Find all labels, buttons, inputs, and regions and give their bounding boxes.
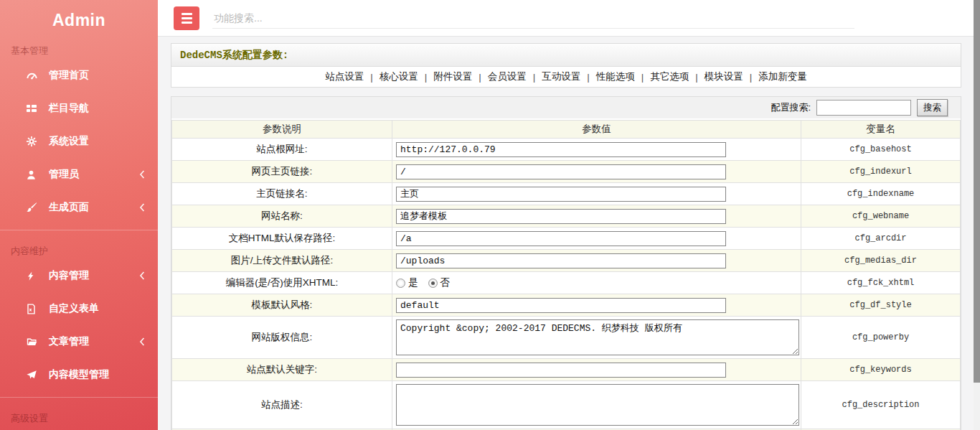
sidebar-item-label: 管理员 [49, 168, 139, 181]
sidebar-item-user[interactable]: 管理员 [0, 158, 158, 191]
table-row: 模板默认风格:cfg_df_style [172, 294, 961, 317]
chevron-left-icon [139, 337, 145, 346]
param-value-cell [392, 205, 801, 228]
sidebar-section: 内容维护内容管理自定义表单文章管理内容模型管理 [0, 230, 158, 391]
sidebar-section: 基本管理管理首页栏目导航系统设置管理员生成页面 [0, 30, 158, 224]
param-input-cfg_basehost[interactable] [396, 142, 726, 157]
table-row: 站点根网址:cfg_basehost [172, 139, 961, 161]
sidebar-nav: 基本管理管理首页栏目导航系统设置管理员生成页面内容维护内容管理自定义表单文章管理… [0, 30, 158, 426]
sidebar-item-gear[interactable]: 系统设置 [0, 125, 158, 158]
plane-icon [26, 370, 39, 380]
radio-label: 是 [408, 276, 418, 289]
config-table-panel: 配置搜索: 搜索 参数说明 参数值 变量名 站点根网址:cfg_basehost… [171, 96, 961, 430]
param-value-cell [392, 359, 801, 381]
tab-7[interactable]: 其它选项 [644, 70, 695, 83]
config-search-label: 配置搜索: [771, 101, 811, 114]
config-search-button[interactable]: 搜索 [917, 99, 948, 116]
hamburger-menu-button[interactable] [174, 6, 199, 30]
param-input-cfg_keywords[interactable] [396, 363, 726, 378]
param-label: 网站版权信息: [172, 317, 392, 359]
page-title: DedeCMS系统配置参数: [171, 44, 961, 67]
sidebar-item-folder[interactable]: 文章管理 [0, 325, 158, 358]
tab-6[interactable]: 性能选项 [590, 70, 641, 83]
sidebar-item-brush[interactable]: 生成页面 [0, 191, 158, 224]
varname-cell: cfg_indexurl [801, 161, 961, 183]
param-value-cell [392, 250, 801, 272]
sidebar-section: 高级设置 [0, 397, 158, 426]
param-textarea-cfg_description[interactable] [396, 384, 799, 426]
column-header-var-name: 变量名 [801, 121, 961, 139]
sidebar-section-label: 内容维护 [0, 239, 158, 259]
param-value-cell: 是否 [392, 272, 801, 294]
radio-option[interactable]: 是 [396, 276, 418, 289]
tab-2[interactable]: 核心设置 [373, 70, 425, 83]
table-row: 网站版权信息:cfg_powerby [172, 317, 961, 359]
param-value-cell [392, 139, 801, 161]
sidebar-item-dashboard[interactable]: 管理首页 [0, 59, 158, 92]
param-label: 网页主页链接: [172, 161, 392, 183]
radio-group-cfg_fck_xhtml: 是否 [396, 276, 801, 289]
main-content: DedeCMS系统配置参数: 站点设置|核心设置|附件设置|会员设置|互动设置|… [158, 37, 980, 430]
table-row: 网站名称:cfg_webname [172, 205, 961, 228]
config-search-input[interactable] [816, 100, 911, 116]
param-input-cfg_df_style[interactable] [396, 298, 726, 313]
varname-cell: cfg_fck_xhtml [801, 272, 961, 294]
dashboard-icon [26, 70, 39, 82]
param-label: 图片/上传文件默认路径: [172, 250, 392, 272]
param-input-cfg_medias_dir[interactable] [396, 253, 726, 268]
param-input-cfg_indexname[interactable] [396, 187, 726, 202]
table-row: 站点默认关键字:cfg_keywords [172, 359, 961, 381]
radio-checked-icon[interactable] [428, 279, 438, 288]
sidebar: Admin 基本管理管理首页栏目导航系统设置管理员生成页面内容维护内容管理自定义… [0, 0, 158, 430]
param-value-cell [392, 317, 801, 359]
param-value-cell [392, 294, 801, 317]
sidebar-item-label: 栏目导航 [49, 102, 145, 115]
column-header-param-desc: 参数说明 [172, 121, 392, 139]
dedecms-admin-page: { "sidebar": { "brand": "Admin", "sectio… [0, 0, 980, 430]
sidebar-item-plane[interactable]: 内容模型管理 [0, 358, 158, 391]
param-textarea-cfg_powerby[interactable] [396, 319, 799, 355]
tab-5[interactable]: 互动设置 [535, 70, 587, 83]
sidebar-item-label: 系统设置 [49, 135, 145, 148]
param-value-cell [392, 161, 801, 183]
settings-tabs: 站点设置|核心设置|附件设置|会员设置|互动设置|性能选项|其它选项|模块设置|… [171, 67, 961, 87]
radio-unchecked-icon[interactable] [396, 279, 405, 288]
column-header-param-value: 参数值 [392, 121, 801, 139]
param-label: 站点根网址: [172, 139, 392, 161]
scrollbar-thumb[interactable] [974, 0, 980, 383]
form-icon [26, 304, 39, 314]
brush-icon [26, 202, 39, 213]
radio-option[interactable]: 否 [428, 276, 451, 289]
tab-1[interactable]: 站点设置 [319, 70, 370, 83]
tab-9[interactable]: 添加新变量 [752, 70, 814, 83]
table-row: 编辑器(是/否)使用XHTML:是否cfg_fck_xhtml [172, 272, 961, 294]
tab-8[interactable]: 模块设置 [698, 70, 750, 83]
radio-label: 否 [440, 276, 451, 289]
vertical-scrollbar[interactable] [974, 0, 980, 430]
param-input-cfg_webname[interactable] [396, 209, 726, 224]
sidebar-item-form[interactable]: 自定义表单 [0, 292, 158, 325]
param-input-cfg_arcdir[interactable] [396, 231, 726, 246]
tab-3[interactable]: 附件设置 [427, 70, 479, 83]
param-input-cfg_indexurl[interactable] [396, 164, 726, 179]
param-label: 文档HTML默认保存路径: [172, 228, 392, 250]
varname-cell: cfg_medias_dir [801, 250, 961, 272]
sidebar-item-label: 文章管理 [49, 335, 139, 348]
table-header-row: 参数说明 参数值 变量名 [172, 121, 961, 139]
function-search-input[interactable] [212, 8, 854, 29]
gear-icon [26, 136, 39, 147]
tab-4[interactable]: 会员设置 [481, 70, 533, 83]
table-row: 图片/上传文件默认路径:cfg_medias_dir [172, 250, 961, 272]
param-label: 模板默认风格: [172, 294, 392, 317]
sidebar-item-bolt[interactable]: 内容管理 [0, 259, 158, 292]
param-label: 主页链接名: [172, 183, 392, 205]
sidebar-item-columns[interactable]: 栏目导航 [0, 92, 158, 125]
param-value-cell [392, 183, 801, 205]
brand-title: Admin [0, 0, 158, 30]
varname-cell: cfg_powerby [801, 317, 961, 359]
folder-icon [26, 337, 39, 347]
config-table: 参数说明 参数值 变量名 站点根网址:cfg_basehost网页主页链接:cf… [171, 120, 961, 430]
topbar [158, 0, 980, 37]
chevron-left-icon [139, 170, 145, 179]
config-search-row: 配置搜索: 搜索 [171, 97, 961, 118]
